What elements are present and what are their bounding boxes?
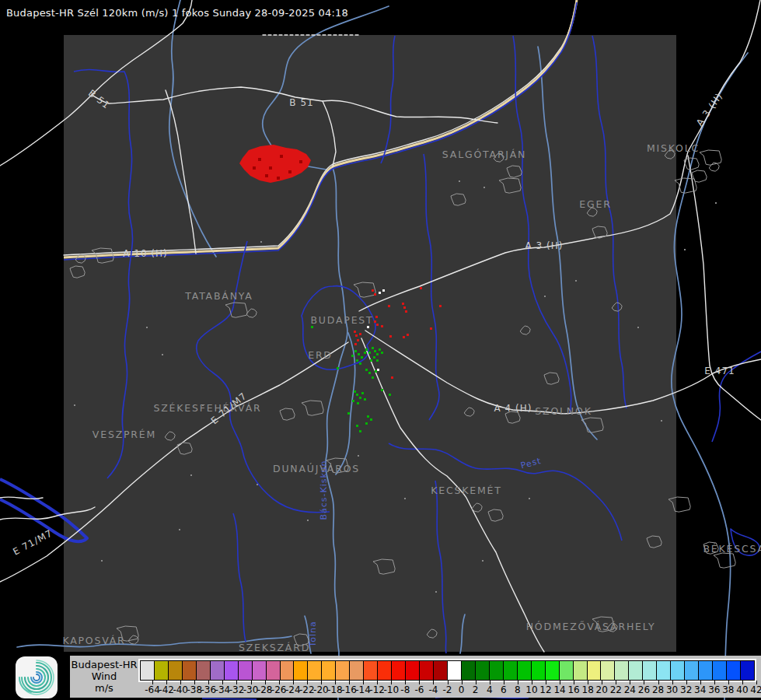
- map-speck: [260, 241, 262, 243]
- legend-color-cell: [740, 660, 755, 681]
- legend-color-cell: [391, 660, 406, 681]
- map-speck: [257, 484, 258, 485]
- legend-tick-label: -14: [355, 684, 371, 695]
- echo-white-pixel: [377, 369, 379, 371]
- legend-color-cell: [307, 660, 322, 681]
- echo-red-pixel: [375, 316, 378, 318]
- echo-green-pixel: [373, 356, 375, 359]
- road-miskolc-south: [688, 156, 761, 420]
- echo-green-pixel: [370, 359, 372, 362]
- legend-tick-label: -18: [327, 684, 343, 695]
- legend-color-cell: [405, 660, 420, 681]
- echo-green-pixel: [351, 355, 354, 357]
- legend-tick-label: -12: [369, 684, 385, 695]
- city-label: HÓDMEZŐVÁSÁRHELY: [526, 621, 656, 632]
- echo-red-pixel: [376, 324, 379, 326]
- legend-tick-label: -30: [243, 684, 259, 695]
- legend-tick-label: -38: [187, 684, 202, 695]
- echo-red-pixel: [372, 289, 374, 292]
- legend-color-cell: [712, 660, 727, 681]
- legend-tick-label: 22: [610, 684, 622, 695]
- echo-green-pixel: [376, 353, 379, 355]
- echo-green-pixel: [359, 397, 361, 399]
- legend-color-cell: [587, 660, 602, 681]
- legend-color-cell: [698, 660, 713, 681]
- legend-tick-label: 2: [473, 684, 479, 695]
- echo-green-pixel: [376, 359, 379, 362]
- city-label: EGER: [579, 198, 611, 210]
- city-label: KECSKEMÉT: [431, 485, 501, 496]
- echo-green-pixel: [347, 412, 350, 415]
- legend-color-cell: [684, 660, 699, 681]
- road-label: A 10 (H): [123, 248, 168, 259]
- legend-color-cell: [349, 660, 364, 681]
- legend-color-cell: [196, 660, 211, 681]
- echo-red-pixel: [420, 287, 422, 289]
- legend-tick-label: -4: [428, 684, 438, 695]
- map-speck: [404, 498, 406, 499]
- map-speck: [684, 249, 686, 250]
- echo-red-blob-speckle: [253, 166, 256, 170]
- legend-tick-label: -28: [257, 684, 273, 695]
- echo-green-pixel: [375, 370, 377, 373]
- legend-tick-label: 36: [708, 684, 720, 695]
- legend-tick-label: 24: [624, 684, 636, 695]
- legend-color-cell: [293, 660, 308, 681]
- color-bar: [138, 659, 756, 682]
- legend-color-cell: [140, 660, 155, 681]
- echo-green-pixel: [354, 350, 357, 352]
- legend-tick-label: -24: [285, 684, 301, 695]
- echo-green-pixel: [337, 367, 339, 369]
- legend-color-cell: [168, 660, 183, 681]
- echo-red-pixel: [405, 310, 407, 313]
- echo-green-pixel: [364, 398, 366, 401]
- legend-tick-label: 10: [525, 684, 537, 695]
- settlement-outline: [714, 553, 735, 568]
- legend-tick-label: -22: [299, 684, 315, 695]
- legend-tick-label: 18: [582, 684, 594, 695]
- legend-tick-label: 16: [567, 684, 579, 695]
- settlement-outline: [700, 150, 721, 165]
- echo-red-blob-speckle: [299, 160, 302, 163]
- legend-tick-label: -6: [414, 684, 424, 695]
- echo-green-pixel: [379, 348, 381, 351]
- echo-red-pixel: [355, 334, 358, 337]
- legend-tick-label: -32: [229, 684, 245, 695]
- echo-red-pixel: [381, 325, 383, 327]
- settlement-outline: [692, 170, 707, 182]
- legend-tick-label: -16: [341, 684, 357, 695]
- map-speck: [162, 354, 163, 355]
- echo-red-pixel: [389, 335, 392, 338]
- city-label: TATABÁNYA: [184, 290, 253, 302]
- city-label: KAPOSVÁR: [62, 635, 125, 646]
- legend-tick-label: 28: [652, 684, 664, 695]
- echo-green-pixel: [368, 372, 371, 374]
- echo-red-blob-speckle: [265, 174, 268, 177]
- legend-tick-label: 20: [596, 684, 608, 695]
- echo-green-pixel: [364, 352, 366, 354]
- legend-tick-label: 4: [487, 684, 493, 695]
- road-label: A 4 (H): [494, 403, 532, 414]
- legend-tick-label: 40: [736, 684, 748, 695]
- legend-tick-label: 38: [722, 684, 734, 695]
- legend-color-cell: [447, 660, 462, 681]
- echo-red-pixel: [439, 305, 442, 307]
- echo-red-pixel: [374, 320, 376, 323]
- legend-color-cell: [517, 660, 532, 681]
- legend-color-cell: [363, 660, 378, 681]
- legend-label: Budapest-HR Wind m/s: [70, 656, 138, 698]
- echo-green-pixel: [365, 348, 368, 351]
- map-speck: [483, 187, 485, 188]
- map-speck: [459, 180, 460, 182]
- map-speck: [529, 498, 530, 499]
- legend-color-cell: [531, 660, 546, 681]
- legend-color-cell: [573, 660, 588, 681]
- legend-tick-label: -42: [159, 684, 174, 695]
- legend-quantity: Wind: [70, 670, 138, 682]
- map-speck: [146, 327, 148, 328]
- legend-color-cell: [238, 660, 253, 681]
- echo-red-pixel: [354, 331, 356, 333]
- city-label: SZEKSZÁRD: [239, 642, 310, 653]
- legend-tick-label: 6: [501, 684, 507, 695]
- echo-green-pixel: [372, 376, 374, 379]
